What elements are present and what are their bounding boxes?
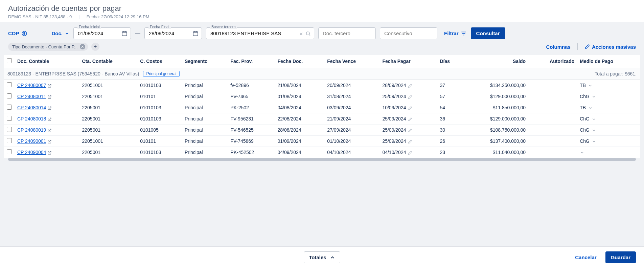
doc-link[interactable]: CP 24080018 [17, 116, 46, 121]
col-doc-contable[interactable]: Doc. Contable [15, 55, 79, 68]
doc-link[interactable]: CP 24080007 [17, 83, 46, 88]
cell-fven: 04/10/2024 [324, 147, 380, 158]
columnas-button[interactable]: Columnas [546, 44, 571, 50]
totales-toggle[interactable]: Totales [304, 251, 340, 263]
fecha-final-input[interactable] [144, 27, 202, 39]
currency-selector[interactable]: COP [8, 30, 27, 37]
external-link-icon[interactable] [47, 138, 52, 144]
buscar-tercero-label: Buscar tercero [210, 25, 237, 29]
col-fac-prov[interactable]: Fac. Prov. [228, 55, 275, 68]
doc-link[interactable]: CP 24080011 [17, 94, 46, 99]
edit-date-icon[interactable] [408, 127, 412, 133]
edit-date-icon[interactable] [408, 138, 412, 144]
divider [577, 43, 578, 50]
cell-medio[interactable] [577, 147, 640, 158]
cell-saldo: $134.250.000,00 [462, 80, 528, 91]
cell-seg: Principal [182, 147, 228, 158]
consultar-button[interactable]: Consultar [471, 27, 505, 39]
cell-saldo: $108.750.000,00 [462, 125, 528, 136]
col-fecha-doc[interactable]: Fecha Doc. [275, 55, 325, 68]
chevron-down-icon [580, 150, 584, 155]
col-fecha-vence[interactable]: Fecha Vence [324, 55, 380, 68]
edit-date-icon[interactable] [408, 116, 412, 121]
external-link-icon[interactable] [47, 105, 52, 110]
cell-cc: 010101 [137, 91, 182, 102]
row-checkbox[interactable] [7, 82, 12, 87]
fecha-inicial-wrap: Fecha Inicial [73, 27, 131, 39]
doc-link[interactable]: CP 24080019 [17, 127, 46, 133]
cell-saldo: $129.000.000,00 [462, 91, 528, 102]
external-link-icon[interactable] [47, 83, 52, 88]
cell-fdoc: 28/08/2024 [275, 125, 325, 136]
table-row: CP 24090001 22051001 010101 Principal FV… [4, 136, 640, 147]
external-link-icon[interactable] [47, 94, 52, 99]
select-all-checkbox[interactable] [7, 58, 12, 63]
row-checkbox[interactable] [7, 127, 12, 132]
edit-date-icon[interactable] [408, 94, 412, 99]
add-filter-button[interactable]: + [91, 43, 99, 51]
col-fecha-pagar[interactable]: Fecha Pagar [380, 55, 437, 68]
cell-medio[interactable]: TB [577, 102, 640, 113]
cell-medio[interactable]: TB [577, 80, 640, 91]
cell-saldo: $11.040.000,00 [462, 147, 528, 158]
horizontal-scrollbar[interactable] [8, 158, 636, 161]
cell-saldo: $137.400.000,00 [462, 136, 528, 147]
external-link-icon[interactable] [47, 127, 52, 133]
cell-fdoc: 01/08/2024 [275, 91, 325, 102]
filter-chip[interactable]: Tipo Documento - Cuenta Por P... ✕ [8, 43, 88, 51]
col-dias[interactable]: Días [437, 55, 462, 68]
svg-point-3 [306, 32, 309, 35]
row-checkbox[interactable] [7, 138, 12, 143]
cell-autorizado [528, 136, 577, 147]
cell-fdoc: 04/09/2024 [275, 147, 325, 158]
row-checkbox[interactable] [7, 149, 12, 154]
cell-cc: 01010103 [137, 102, 182, 113]
buscar-tercero-input[interactable] [206, 27, 314, 39]
cell-cta: 22051001 [79, 136, 138, 147]
doc-link[interactable]: CP 24080014 [17, 105, 46, 110]
row-checkbox[interactable] [7, 93, 12, 98]
cell-medio[interactable]: ChG [577, 113, 640, 125]
doc-type-dropdown[interactable]: Doc. [52, 30, 70, 36]
doc-link[interactable]: CP 24090001 [17, 138, 46, 144]
cancelar-button[interactable]: Cancelar [571, 251, 600, 263]
col-c-costos[interactable]: C. Costos [137, 55, 182, 68]
cell-fac: FV-7465 [228, 91, 275, 102]
cell-dias: 57 [437, 91, 462, 102]
cell-saldo: $129.000.000,00 [462, 113, 528, 125]
page-header: Autorización de cuentas por pagar DEMO S… [0, 0, 644, 22]
cell-fac: FV-546525 [228, 125, 275, 136]
doc-tercero-input[interactable] [318, 27, 376, 39]
cell-fac: fv-52896 [228, 80, 275, 91]
cell-medio[interactable]: ChG [577, 136, 640, 147]
filtrar-button[interactable]: Filtrar [444, 30, 467, 37]
cell-medio[interactable]: ChG [577, 91, 640, 102]
cell-saldo: $11.850.000,00 [462, 102, 528, 113]
col-saldo[interactable]: Saldo [462, 55, 528, 68]
external-link-icon[interactable] [47, 116, 52, 121]
filter-bar: COP Doc. Fecha Inicial — Fecha Final Bus… [0, 22, 644, 45]
clear-icon[interactable] [299, 30, 303, 36]
col-autorizado[interactable]: Autorizado [528, 55, 577, 68]
edit-date-icon[interactable] [408, 83, 412, 88]
cell-cc: 0101005 [137, 125, 182, 136]
edit-date-icon[interactable] [408, 105, 412, 110]
col-medio-pago[interactable]: Medio de Pago [577, 55, 640, 68]
guardar-button[interactable]: Guardar [605, 251, 636, 263]
col-segmento[interactable]: Segmento [182, 55, 228, 68]
chip-remove-icon[interactable]: ✕ [80, 44, 85, 49]
group-badge: Principal general [143, 71, 179, 77]
cell-fdoc: 21/08/2024 [275, 80, 325, 91]
search-icon[interactable] [305, 30, 311, 36]
row-checkbox[interactable] [7, 105, 12, 110]
col-cta-contable[interactable]: Cta. Contable [79, 55, 138, 68]
consecutivo-input[interactable] [380, 27, 437, 39]
chevron-down-icon [592, 127, 596, 133]
edit-date-icon[interactable] [408, 150, 412, 155]
doc-link[interactable]: CP 24090004 [17, 150, 46, 155]
fecha-inicial-input[interactable] [73, 27, 131, 39]
external-link-icon[interactable] [47, 150, 52, 155]
cell-medio[interactable]: ChG [577, 125, 640, 136]
row-checkbox[interactable] [7, 116, 12, 121]
acciones-masivas-button[interactable]: Acciones masivas [584, 44, 636, 50]
